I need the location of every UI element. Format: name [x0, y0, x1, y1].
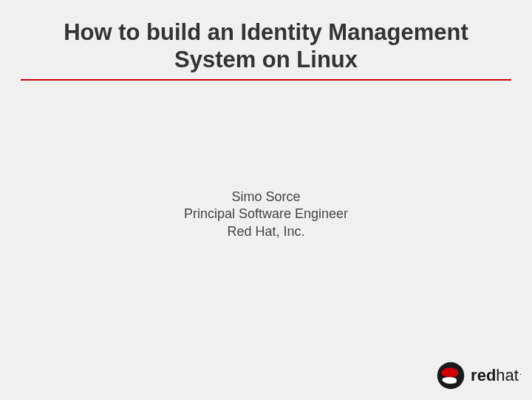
redhat-fedora-icon [437, 362, 465, 390]
slide-title: How to build an Identity Management Syst… [21, 18, 511, 81]
logo-text-normal: hat [496, 366, 519, 385]
logo-trademark: . [519, 367, 522, 376]
author-role: Principal Software Engineer [0, 206, 532, 223]
redhat-logo-text: redhat. [471, 366, 522, 385]
redhat-logo: redhat. [437, 362, 522, 390]
author-name: Simo Sorce [0, 189, 532, 206]
author-company: Red Hat, Inc. [0, 223, 532, 240]
logo-text-bold: red [471, 366, 496, 385]
author-block: Simo Sorce Principal Software Engineer R… [0, 189, 532, 240]
